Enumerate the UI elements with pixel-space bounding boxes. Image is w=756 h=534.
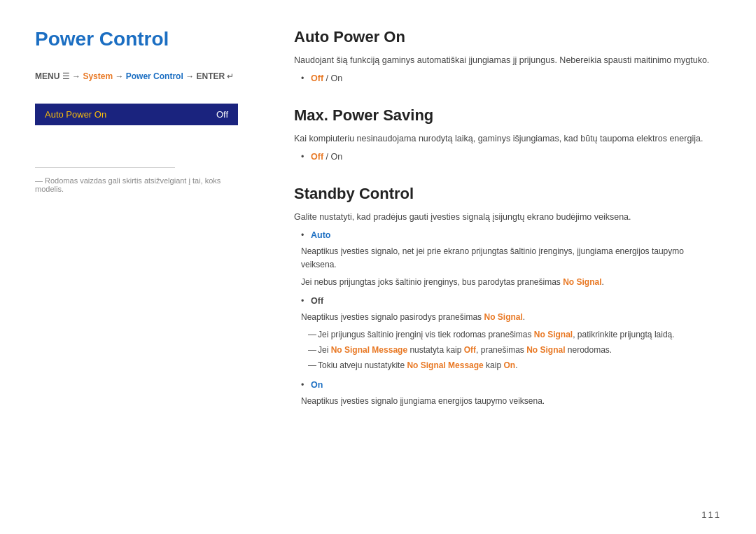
menu-item-bar[interactable]: Auto Power On Off <box>35 104 238 125</box>
section-standby-control: Standby Control Galite nustatyti, kad pr… <box>294 185 721 409</box>
sub-desc-auto2: Jei nebus prijungtas joks šaltinio įreng… <box>301 276 721 289</box>
dash-item-3: Tokiu atveju nustatykite No Signal Messa… <box>308 359 721 372</box>
no-signal-1: No Signal <box>563 277 601 287</box>
breadcrumb-enter-icon: ↵ <box>227 71 234 81</box>
right-panel: Auto Power On Naudojant šią funkciją gam… <box>259 28 721 513</box>
main-title: Power Control <box>35 28 238 50</box>
bullet-item: Off / On <box>301 71 721 85</box>
section-max-power-saving: Max. Power Saving Kai kompiuteriu nesina… <box>294 106 721 164</box>
on-label-standby: On <box>311 380 323 390</box>
menu-item-value: Off <box>216 109 228 120</box>
breadcrumb-menu-icon: ☰ <box>62 71 72 81</box>
bullet-item-auto: Auto <box>301 228 721 242</box>
section-title-auto-power-on: Auto Power On <box>294 28 721 46</box>
section-title-standby-control: Standby Control <box>294 185 721 203</box>
breadcrumb-arrow1: → <box>72 71 83 81</box>
sub-desc-on: Neaptikus įvesties signalo įjungiama ene… <box>301 395 721 408</box>
left-panel: Power Control MENU ☰ → System → Power Co… <box>35 28 259 513</box>
section-auto-power-on: Auto Power On Naudojant šią funkciją gam… <box>294 28 721 85</box>
section-desc-auto-power-on: Naudojant šią funkciją gaminys automatiš… <box>294 53 721 67</box>
bullet-item-off: Off <box>301 294 721 308</box>
no-signal-3: No Signal <box>534 330 573 339</box>
sub-desc-auto: Neaptikus įvesties signalo, net jei prie… <box>301 245 721 272</box>
breadcrumb-arrow3: → <box>186 71 196 81</box>
breadcrumb: MENU ☰ → System → Power Control → ENTER … <box>35 70 238 83</box>
sub-desc-off: Neaptikus įvesties signalo pasirodys pra… <box>301 311 721 324</box>
breadcrumb-power-control: Power Control <box>126 71 183 81</box>
bullet-list-standby-control: Auto <box>294 228 721 242</box>
breadcrumb-arrow2: → <box>115 71 125 81</box>
off-label: Off <box>311 152 323 162</box>
bullet-item: Off / On <box>301 150 721 164</box>
footnote: — Rodomas vaizdas gali skirtis atsižvelg… <box>35 176 238 193</box>
page: Power Control MENU ☰ → System → Power Co… <box>0 0 756 534</box>
no-signal-2: No Signal <box>484 312 522 322</box>
bullet-list-max-power-saving: Off / On <box>294 150 721 164</box>
breadcrumb-system: System <box>83 71 113 81</box>
off-2: Off <box>464 345 476 355</box>
breadcrumb-menu-label: MENU <box>35 71 59 81</box>
menu-item-label: Auto Power On <box>45 109 106 120</box>
on-label: On <box>503 360 515 370</box>
slash-on: / On <box>326 73 343 83</box>
dash-item-2: Jei No Signal Message nustatyta kaip Off… <box>308 344 721 357</box>
section-desc-max-power-saving: Kai kompiuteriu nesinaudojama nurodytą l… <box>294 132 721 146</box>
bullet-list-auto-power-on: Off / On <box>294 71 721 85</box>
breadcrumb-enter-label: ENTER <box>196 71 225 81</box>
page-number: 111 <box>701 510 721 520</box>
no-signal-4: No Signal <box>526 345 565 355</box>
auto-label: Auto <box>311 230 330 240</box>
off-label: Off <box>311 73 323 83</box>
no-signal-message-2: No Signal Message <box>407 360 483 370</box>
off-label-standby: Off <box>311 296 323 306</box>
slash-on: / On <box>326 152 343 162</box>
bullet-list-standby-on: On <box>294 378 721 392</box>
no-signal-message-1: No Signal Message <box>331 345 407 355</box>
divider-line <box>35 167 175 168</box>
section-title-max-power-saving: Max. Power Saving <box>294 106 721 125</box>
dash-item-1: Jei prijungus šaltinio įrenginį vis tiek… <box>308 328 721 342</box>
bullet-list-standby-off: Off <box>294 294 721 308</box>
section-desc-standby-control: Galite nustatyti, kad pradėjus gauti įve… <box>294 210 721 224</box>
bullet-item-on: On <box>301 378 721 392</box>
